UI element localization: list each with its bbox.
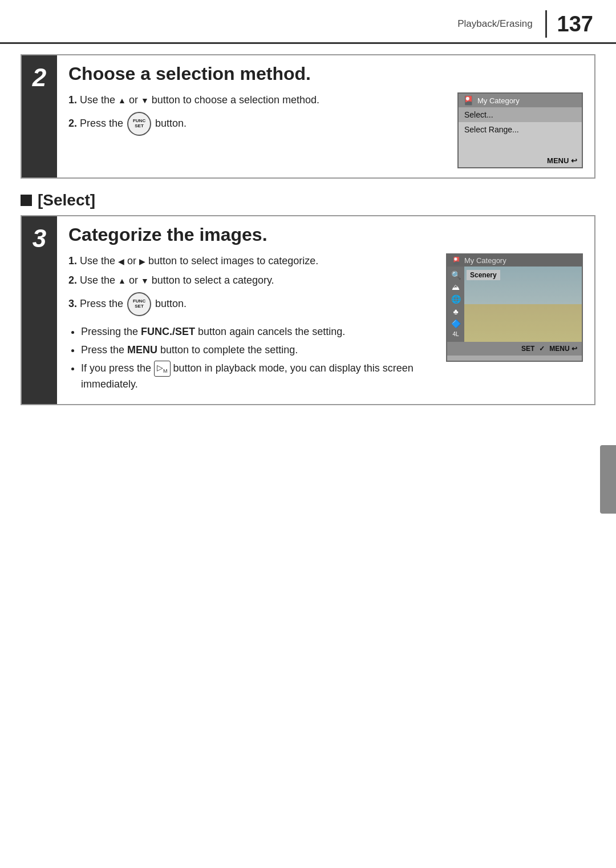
step-3-bullets: Pressing the FUNC./SET button again canc… xyxy=(68,324,432,393)
footer-check: ✓ xyxy=(539,345,545,353)
step-2-screen: 🎴 My Category Select... Select Range... … xyxy=(457,92,583,168)
step-3-instruction-1: 1. Use the or button to select images to… xyxy=(68,253,432,269)
scenery-label: Scenery xyxy=(467,270,500,280)
right-tab xyxy=(600,445,616,514)
header-divider xyxy=(545,10,547,38)
step-3-body: 1. Use the or button to select images to… xyxy=(68,253,583,395)
step-2-title: Choose a selection method. xyxy=(68,63,583,84)
step-3-screen-icon: 🎴 xyxy=(452,256,461,265)
step-2-screen-footer: MENU ↩ xyxy=(459,154,582,167)
step-3-screen-main: Scenery xyxy=(464,267,582,342)
section-label: Playback/Erasing xyxy=(457,18,532,30)
sidebar-icon-2: ⛰ xyxy=(452,283,460,291)
bullet-1: Pressing the FUNC./SET button again canc… xyxy=(81,324,432,340)
step-3-screen-title: My Category xyxy=(464,256,506,265)
section-square-icon xyxy=(21,195,32,206)
sidebar-icon-6: 4L xyxy=(452,332,459,337)
screen-header-icon: 🎴 xyxy=(463,95,474,106)
step-3-screen-footer: SET ✓ MENU ↩ xyxy=(447,342,582,356)
footer-menu: MENU ↩ xyxy=(549,345,577,353)
bullet-2: Press the MENU button to complete the se… xyxy=(81,342,432,358)
step-3-content: Categorize the images. 1. Use the or but… xyxy=(57,216,594,404)
step-3-screen-header: 🎴 My Category xyxy=(447,255,582,267)
step-3-instructions: 1. Use the or button to select images to… xyxy=(68,253,432,395)
step-2-screen-header: 🎴 My Category xyxy=(459,94,582,107)
step-3-screen-sidebar: 🔍 ⛰ 🌐 ♣ 🔷 4L xyxy=(447,267,464,342)
step-2-body: 1. Use the or button to choose a selecti… xyxy=(68,92,583,168)
footer-set: SET xyxy=(521,345,534,353)
screen-header-text: My Category xyxy=(477,96,520,105)
section-select-header: [Select] xyxy=(21,191,595,209)
step-2-instructions: 1. Use the or button to choose a selecti… xyxy=(68,92,444,139)
page-header: Playback/Erasing 137 xyxy=(0,0,616,44)
screen-item-select: Select... xyxy=(459,107,582,122)
sidebar-icon-5: 🔷 xyxy=(451,320,461,328)
screen-menu-footer: MENU ↩ xyxy=(547,156,577,165)
step-3-number: 3 xyxy=(22,216,57,404)
step-2-number: 2 xyxy=(22,55,57,177)
step-2-content: Choose a selection method. 1. Use the or… xyxy=(57,55,594,177)
page-number: 137 xyxy=(557,12,593,37)
step-2-block: 2 Choose a selection method. 1. Use the … xyxy=(21,54,595,179)
step-3-screen: 🎴 My Category 🔍 ⛰ 🌐 ♣ 🔷 4L xyxy=(446,253,583,362)
sidebar-icon-4: ♣ xyxy=(453,308,458,316)
bullet-3: If you press the ▷M button in playback m… xyxy=(81,361,432,393)
sidebar-icon-1: 🔍 xyxy=(451,271,461,279)
sidebar-icon-3: 🌐 xyxy=(451,295,461,303)
step-2-instruction-2: 2. Press the FUNC SET button. xyxy=(68,112,444,136)
step-2-instruction-1: 1. Use the or button to choose a selecti… xyxy=(68,92,444,108)
screen-item-select-range: Select Range... xyxy=(459,122,582,137)
section-select-title: [Select] xyxy=(38,191,95,209)
step-3-block: 3 Categorize the images. 1. Use the or b… xyxy=(21,215,595,405)
step-3-title: Categorize the images. xyxy=(68,224,583,245)
step-3-instruction-2: 2. Use the or button to select a categor… xyxy=(68,273,432,289)
step-3-screen-body: 🔍 ⛰ 🌐 ♣ 🔷 4L Scenery xyxy=(447,267,582,342)
func-set-button-3: FUNC SET xyxy=(127,292,151,316)
playback-icon: ▷M xyxy=(154,361,171,377)
func-set-button-2: FUNC SET xyxy=(127,112,151,136)
step-3-instruction-3: 3. Press the FUNC SET button. xyxy=(68,292,432,316)
